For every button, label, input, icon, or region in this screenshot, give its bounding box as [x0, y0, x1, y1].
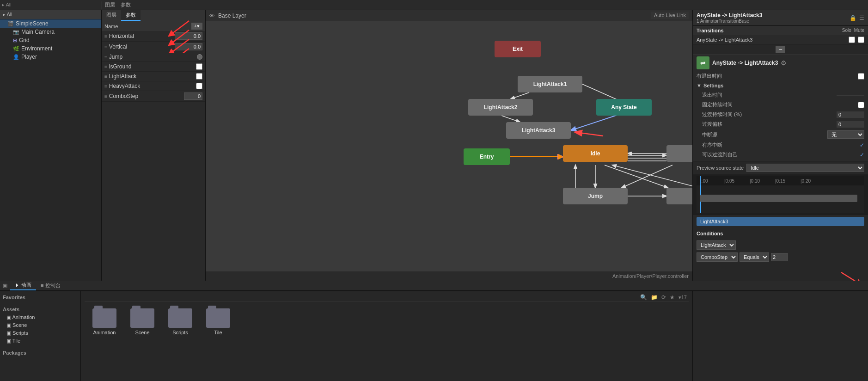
timeline-ruler-svg: |:00 |0:05 |0:10 |0:15 |0:20: [697, 176, 863, 185]
bottom-tab-console[interactable]: ≡ 控制台: [36, 281, 65, 290]
transition-mute-checkbox[interactable]: [858, 37, 864, 43]
transition-minus-button[interactable]: −: [776, 46, 785, 53]
condition2-value-input[interactable]: [771, 253, 788, 261]
hierarchy-item-label: Main Camera: [21, 29, 55, 35]
param-name-horizontal: Horizontal: [109, 33, 173, 39]
state-exit[interactable]: Exit: [495, 41, 541, 57]
folder-icon-scripts: [168, 308, 192, 328]
param-checkbox-heavyattack[interactable]: [196, 83, 202, 89]
state-anystate[interactable]: Any State: [596, 99, 652, 116]
param-value-combostep[interactable]: [184, 92, 202, 100]
can-transit-self-check: ✓: [860, 152, 864, 158]
param-value-vertical[interactable]: [175, 43, 202, 50]
menu-layer[interactable]: 图层: [105, 1, 115, 8]
gear-icon[interactable]: ⚙: [781, 59, 787, 67]
transition-detail-section: ⇌ AnyState -> LightAttack3 ⚙ 有退出时间 ▼ Set…: [693, 54, 868, 162]
asset-scripts[interactable]: ▣ Scripts: [6, 329, 78, 337]
condition2-op-dropdown[interactable]: Equals: [740, 252, 769, 262]
settings-triangle-icon: ▼: [697, 83, 702, 88]
params-add-button[interactable]: +▾: [191, 23, 202, 30]
hierarchy-item-grid[interactable]: ⊞ Grid: [0, 36, 101, 44]
state-fall[interactable]: Fall: [666, 188, 692, 204]
state-lightattack3[interactable]: LightAttack3: [506, 122, 571, 139]
param-type-icon-horizontal: ≡: [104, 34, 107, 39]
preview-state-label: Preview source state: [697, 165, 744, 171]
folder-item-scene[interactable]: Scene: [126, 308, 159, 335]
state-lightattack1[interactable]: LightAttack1: [518, 76, 582, 92]
search-icon[interactable]: 🔍: [640, 294, 647, 301]
param-circle-jump: [197, 54, 202, 60]
menu-icon[interactable]: ☰: [859, 15, 864, 21]
params-tab-params[interactable]: 参数: [121, 10, 141, 21]
transition-offset-value: 0: [837, 121, 864, 128]
lock-icon[interactable]: 🔒: [850, 15, 856, 21]
state-lightattack2[interactable]: LightAttack2: [468, 99, 533, 116]
selected-state-section: LightAttack3: [693, 215, 868, 228]
condition-lightattack: LightAttack: [697, 239, 864, 251]
top-bar-mid: 图层 参数: [102, 1, 868, 8]
param-value-horizontal[interactable]: [175, 32, 202, 40]
has-exit-time-checkbox[interactable]: [858, 73, 864, 80]
mute-label: Mute: [854, 28, 864, 33]
bottom-left: Favorites Assets ▣ Animation ▣ Scene ▣ S…: [0, 291, 81, 381]
params-animator-row: 图层 参数 Name +▾ ≡ Horizontal ≡ Vertical ≡: [102, 10, 692, 281]
param-type-icon-heavyattack: ≡: [104, 84, 107, 89]
folder-item-tile[interactable]: Tile: [202, 308, 234, 335]
param-checkbox-isground[interactable]: [196, 63, 202, 70]
folder-item-animation[interactable]: Animation: [88, 308, 121, 335]
selected-state-box[interactable]: LightAttack3: [697, 217, 864, 226]
fixed-duration-row: 固定持续时间: [697, 100, 864, 110]
state-jump[interactable]: Jump: [563, 188, 628, 204]
transition-solo-checkbox[interactable]: [849, 37, 855, 43]
hierarchy-item-simplescene[interactable]: 🎬 SimpleScene: [0, 19, 101, 28]
animator-path: Animation/Player/Player.controller: [612, 273, 689, 279]
main-row: ▸ All 🎬 SimpleScene 📷 Main Camera ⊞ Grid…: [0, 10, 868, 281]
svg-text:|0:20: |0:20: [801, 178, 811, 184]
params-header: Name +▾: [102, 21, 205, 31]
param-checkbox-lightattack[interactable]: [196, 73, 202, 80]
state-entry[interactable]: Entry: [464, 148, 510, 165]
has-exit-time-label: 有退出时间: [697, 73, 855, 80]
preview-state-dropdown[interactable]: Idle: [746, 164, 864, 172]
interruption-source-row: 中断源 无: [697, 129, 864, 140]
folder-item-scripts[interactable]: Scripts: [164, 308, 196, 335]
condition2-name-dropdown[interactable]: ComboStep: [697, 252, 738, 262]
interruption-source-dropdown[interactable]: 无: [827, 130, 864, 139]
ordered-interruption-label: 有序中断: [697, 141, 857, 148]
param-name-isground: isGround: [109, 63, 194, 70]
fixed-duration-checkbox[interactable]: [858, 102, 864, 108]
transitions-section: Transitions Solo Mute AnyState -> LightA…: [693, 26, 868, 54]
asset-animation-icon: ▣: [6, 314, 12, 320]
hierarchy-item-maincamera[interactable]: 📷 Main Camera: [0, 28, 101, 36]
hierarchy-item-player[interactable]: 👤 Player: [0, 53, 101, 61]
console-icon: ▣: [3, 283, 7, 289]
ordered-interruption-row: 有序中断 ✓: [697, 140, 864, 150]
timeline-bar: [700, 195, 857, 202]
bottom-tab-animation[interactable]: ⏵ 动画: [10, 281, 36, 290]
preview-state-row: Preview source state Idle: [693, 162, 868, 174]
state-idle[interactable]: Idle: [563, 145, 628, 162]
menu-params[interactable]: 参数: [121, 1, 131, 8]
assets-section: Assets ▣ Animation ▣ Scene ▣ Scripts ▣ T…: [3, 305, 78, 345]
asset-tile-icon: ▣: [6, 338, 12, 344]
refresh-icon[interactable]: ⟳: [661, 294, 666, 301]
asset-tile[interactable]: ▣ Tile: [6, 337, 78, 345]
animator-canvas[interactable]: Exit LightAttack1 LightAttack2 Any State…: [206, 21, 692, 271]
fixed-duration-label: 固定持续时间: [697, 101, 855, 108]
condition1-dropdown[interactable]: LightAttack: [697, 240, 736, 250]
favorites-label: Favorites: [3, 293, 78, 301]
param-row-combostep: ≡ ComboStep: [102, 91, 205, 102]
asset-scene[interactable]: ▣ Scene: [6, 321, 78, 329]
folder-add-icon[interactable]: 📁: [651, 294, 658, 301]
solo-label: Solo: [842, 28, 851, 33]
params-tab-layers[interactable]: 图层: [102, 10, 121, 21]
hierarchy-item-environment[interactable]: 🌿 Environment: [0, 44, 101, 53]
asset-animation[interactable]: ▣ Animation: [6, 313, 78, 321]
state-lightattack1-label: LightAttack1: [533, 81, 567, 87]
auto-live-link[interactable]: Auto Live Link: [651, 12, 689, 19]
inspector-top-title: AnyState -> LightAttack3: [697, 12, 762, 18]
transition-row[interactable]: AnyState -> LightAttack3: [693, 35, 868, 45]
state-run[interactable]: Run: [666, 145, 692, 162]
star-icon[interactable]: ★: [670, 294, 675, 301]
top-bar-left: ▸ All: [0, 2, 102, 8]
